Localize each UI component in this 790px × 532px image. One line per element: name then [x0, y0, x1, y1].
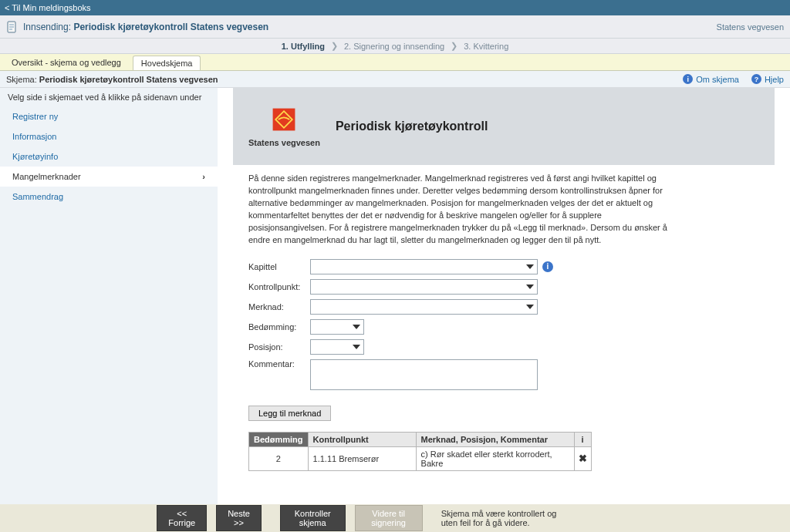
about-schema-link[interactable]: i Om skjema: [683, 74, 739, 84]
kommentar-label: Kommentar:: [248, 359, 310, 369]
kommentar-textarea[interactable]: [310, 359, 538, 390]
tab-overview[interactable]: Oversikt - skjema og vedlegg: [3, 55, 130, 70]
cell-delete: ✖: [574, 446, 591, 470]
chevron-right-icon: ❯: [331, 41, 338, 51]
form: Kapittel i Kontrollpunkt: Merknad: Bedøm…: [248, 259, 759, 390]
add-note-button[interactable]: Legg til merknad: [248, 406, 331, 421]
delete-icon[interactable]: ✖: [579, 453, 587, 464]
step-1: 1. Utfylling: [275, 42, 331, 51]
content-area: Statens vegvesen Periodisk kjøretøykontr…: [218, 88, 790, 520]
tabs-row: Oversikt - skjema og vedlegg Hovedskjema: [0, 54, 790, 71]
posisjon-label: Posisjon:: [248, 342, 310, 352]
sidebar-item-vehicleinfo[interactable]: Kjøretøyinfo: [0, 146, 218, 167]
header-label: Innsending: Periodisk kjøretøykontroll S…: [23, 22, 268, 32]
back-to-inbox-link[interactable]: < Til Min meldingsboks: [5, 3, 91, 12]
table-row: 2 1.1.11 Bremserør c) Rør skadet eller s…: [249, 446, 592, 470]
schema-title: Periodisk kjøretøykontroll Statens vegve…: [39, 75, 218, 84]
defects-table: Bedømming Kontrollpunkt Merknad, Posisjo…: [248, 432, 592, 471]
main-wrap: Velg side i skjemaet ved å klikke på sid…: [0, 88, 790, 520]
cell-kontrollpunkt: 1.1.11 Bremserør: [308, 446, 416, 470]
next-button[interactable]: Neste >>: [216, 505, 262, 531]
step-2[interactable]: 2. Signering og innsending: [338, 42, 451, 51]
header-title: Periodisk kjøretøykontroll Statens vegve…: [73, 22, 268, 32]
sidebar-item-label: Mangelmerknader: [12, 172, 81, 181]
header-row: Innsending: Periodisk kjøretøykontroll S…: [0, 15, 790, 39]
th-kontrollpunkt: Kontrollpunkt: [308, 432, 416, 446]
header-org: Statens vegvesen: [717, 22, 784, 32]
kontrollpunkt-label: Kontrollpunkt:: [248, 282, 310, 291]
page-title: Periodisk kjøretøykontroll: [336, 120, 488, 133]
banner: Statens vegvesen Periodisk kjøretøykontr…: [233, 88, 775, 165]
sidebar-item-summary[interactable]: Sammendrag: [0, 187, 218, 207]
info-icon[interactable]: i: [542, 261, 553, 272]
bedomming-label: Bedømming:: [248, 322, 310, 332]
info-icon[interactable]: i: [582, 435, 584, 444]
sub-header: Skjema: Periodisk kjøretøykontroll State…: [0, 71, 790, 88]
continue-signing-button: Videre til signering: [355, 505, 423, 531]
th-merknad: Merknad, Posisjon, Kommentar: [416, 432, 574, 446]
sidebar-item-register[interactable]: Registrer ny: [0, 106, 218, 126]
footer: << Forrige Neste >> Kontroller skjema Vi…: [0, 504, 790, 532]
topbar: < Til Min meldingsboks: [0, 0, 790, 15]
schema-label: Skjema:: [6, 75, 37, 84]
merknad-label: Merknad:: [248, 302, 310, 311]
cell-bedomming: 2: [249, 446, 309, 470]
bedomming-select[interactable]: [310, 319, 364, 335]
check-schema-button[interactable]: Kontroller skjema: [280, 505, 346, 531]
th-info: i: [574, 432, 591, 446]
document-icon: [6, 21, 19, 33]
sidebar-item-defects[interactable]: Mangelmerknader ›: [0, 167, 218, 187]
chevron-right-icon: ›: [202, 172, 205, 181]
logo-subtitle: Statens vegvesen: [248, 138, 320, 147]
vegvesen-logo-icon: [270, 106, 298, 133]
footer-message: Skjema må være kontrollert og uten feil …: [441, 509, 574, 527]
cell-merknad: c) Rør skadet eller sterkt korrodert, Ba…: [416, 446, 574, 470]
prev-button[interactable]: << Forrige: [157, 505, 207, 531]
tab-main[interactable]: Hovedskjema: [133, 56, 201, 70]
posisjon-select[interactable]: [310, 339, 364, 355]
chevron-right-icon: ❯: [451, 41, 457, 51]
help-icon: ?: [751, 74, 761, 84]
steps-row: 1. Utfylling ❯ 2. Signering og innsendin…: [0, 39, 790, 54]
help-link[interactable]: ? Hjelp: [751, 74, 784, 84]
kapittel-select[interactable]: [310, 259, 538, 274]
info-icon: i: [683, 74, 693, 84]
merknad-select[interactable]: [310, 299, 538, 315]
sidebar-item-information[interactable]: Informasjon: [0, 126, 218, 146]
step-3[interactable]: 3. Kvittering: [457, 42, 515, 51]
kontrollpunkt-select[interactable]: [310, 279, 538, 295]
logo-block: Statens vegvesen: [248, 106, 320, 147]
th-bedomming: Bedømming: [249, 432, 309, 446]
kapittel-label: Kapittel: [248, 262, 310, 271]
sidebar: Velg side i skjemaet ved å klikke på sid…: [0, 88, 218, 520]
sidebar-instruction: Velg side i skjemaet ved å klikke på sid…: [0, 88, 218, 106]
description-text: På denne siden registreres mangelmerknad…: [248, 173, 680, 247]
